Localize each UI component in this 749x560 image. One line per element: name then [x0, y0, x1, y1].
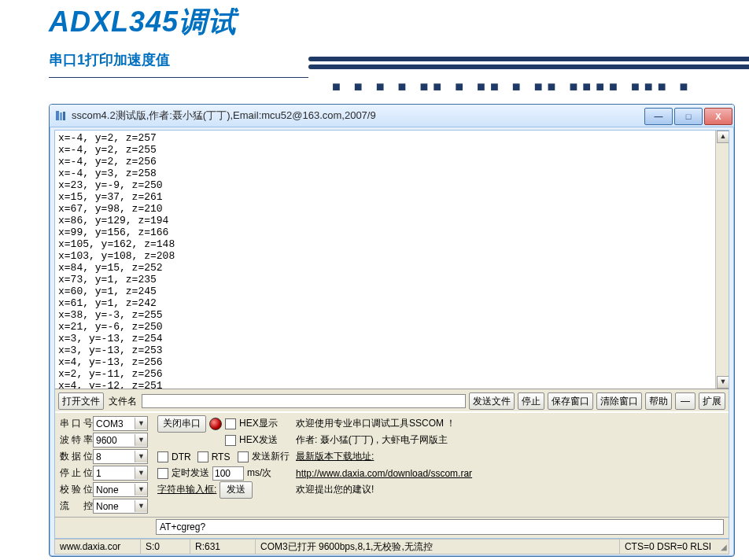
stopbits-combo[interactable]: 1▼ [93, 466, 148, 481]
interval-unit-label: ms/次 [247, 466, 271, 480]
command-input[interactable] [156, 519, 724, 535]
databits-label: 数据位 [60, 450, 93, 463]
timed-send-checkbox[interactable] [157, 468, 168, 479]
close-button[interactable]: X [704, 108, 732, 125]
vertical-scrollbar[interactable]: ▲ ▼ [715, 131, 729, 389]
flow-label: 流 控 [60, 499, 93, 513]
filename-label: 文件名 [107, 395, 138, 408]
hex-send-label: HEX发送 [239, 433, 278, 447]
status-site[interactable]: www.daxia.cor [55, 540, 141, 554]
resize-grip-icon[interactable]: ◢ [716, 543, 729, 551]
clear-window-button[interactable]: 清除窗口 [596, 392, 642, 410]
timed-send-label: 定时发送 [172, 466, 209, 480]
stop-button[interactable]: 停止 [518, 392, 544, 410]
port-label: 串口号 [60, 417, 93, 430]
dtr-label: DTR [172, 451, 191, 462]
page-subtitle: 串口1打印加速度值 [49, 50, 170, 69]
chevron-down-icon: ▼ [135, 451, 147, 462]
parity-combo[interactable]: None▼ [93, 482, 148, 497]
command-input-row [55, 517, 729, 538]
databits-combo[interactable]: 8▼ [93, 449, 148, 464]
svg-rect-1 [60, 112, 62, 120]
svg-rect-2 [63, 112, 65, 120]
status-connection: COM3已打开 9600bps,8,1,无校验,无流控 [256, 540, 620, 554]
status-bar: www.daxia.cor S:0 R:631 COM3已打开 9600bps,… [54, 539, 729, 554]
send-button[interactable]: 发送 [220, 481, 253, 499]
decor-bar-dots: ■ ■ ■ ■ ■■ ■ ■■ ■ ■■ ■■■■ ■■■ ■ [308, 79, 749, 102]
hex-show-label: HEX显示 [239, 417, 278, 430]
save-window-button[interactable]: 保存窗口 [548, 392, 593, 410]
dtr-checkbox[interactable] [157, 451, 168, 462]
send-newline-checkbox[interactable] [238, 451, 249, 462]
help-button[interactable]: 帮助 [645, 392, 672, 410]
decor-bar-top [308, 53, 749, 77]
record-icon[interactable] [209, 418, 222, 430]
close-port-button[interactable]: 关闭串口 [157, 415, 206, 433]
window-title: sscom4.2测试版,作者:聂小猛(丁丁),Email:mcu52@163.c… [72, 109, 643, 123]
send-newline-label: 发送新行 [252, 450, 290, 463]
input-box-label: 字符串输入框: [157, 483, 216, 496]
file-toolbar: 打开文件 文件名 发送文件 停止 保存窗口 清除窗口 帮助 — 扩展 [55, 389, 729, 413]
info-line-2: 作者: 聂小猛(丁丁) , 大虾电子网版主 [296, 433, 724, 448]
dash-button[interactable]: — [675, 392, 696, 410]
interval-input[interactable] [212, 466, 244, 481]
parity-label: 校验位 [60, 483, 93, 496]
expand-button[interactable]: 扩展 [699, 392, 725, 410]
chevron-down-icon: ▼ [135, 418, 147, 429]
chevron-down-icon: ▼ [135, 467, 147, 479]
chevron-down-icon: ▼ [135, 484, 147, 496]
scroll-down-icon[interactable]: ▼ [717, 376, 729, 389]
status-sent: S:0 [141, 540, 190, 554]
download-link[interactable]: http://www.daxia.com/download/sscom.rar [296, 468, 472, 479]
app-icon [54, 109, 67, 122]
open-file-button[interactable]: 打开文件 [58, 392, 104, 410]
info-line-5: 欢迎提出您的建议! [296, 482, 724, 497]
baud-label: 波特率 [60, 433, 93, 447]
svg-rect-0 [56, 111, 59, 120]
hex-send-checkbox[interactable] [225, 435, 236, 446]
info-line-1: 欢迎使用专业串口调试工具SSCOM ！ [296, 416, 724, 431]
status-pins: CTS=0 DSR=0 RLSI [620, 540, 716, 554]
chevron-down-icon: ▼ [135, 434, 147, 446]
page-title: ADXL345调试 [49, 3, 237, 42]
hex-show-checkbox[interactable] [225, 418, 236, 429]
maximize-button[interactable]: □ [674, 108, 703, 125]
filename-input[interactable] [142, 394, 466, 408]
port-combo[interactable]: COM3▼ [93, 416, 148, 431]
chevron-down-icon: ▼ [135, 500, 147, 512]
serial-output[interactable]: x=-4, y=2, z=257 x=-4, y=2, z=255 x=-4, … [55, 131, 715, 389]
rts-label: RTS [212, 451, 231, 462]
settings-panel: 串口号 COM3▼ 波特率 9600▼ 数据位 8▼ 停止位 1▼ 校验位 No… [55, 413, 729, 517]
flow-combo[interactable]: None▼ [93, 499, 148, 514]
minimize-button[interactable]: — [644, 108, 673, 125]
decor-line [49, 77, 308, 78]
scroll-up-icon[interactable]: ▲ [717, 131, 729, 143]
status-received: R:631 [190, 540, 256, 554]
rts-checkbox[interactable] [197, 451, 208, 462]
send-file-button[interactable]: 发送文件 [469, 392, 515, 410]
app-window: sscom4.2测试版,作者:聂小猛(丁丁),Email:mcu52@163.c… [49, 104, 735, 557]
info-line-3: 最新版本下载地址: [296, 449, 724, 464]
titlebar[interactable]: sscom4.2测试版,作者:聂小猛(丁丁),Email:mcu52@163.c… [50, 105, 734, 127]
baud-combo[interactable]: 9600▼ [93, 433, 148, 448]
stopbits-label: 停止位 [60, 466, 93, 480]
